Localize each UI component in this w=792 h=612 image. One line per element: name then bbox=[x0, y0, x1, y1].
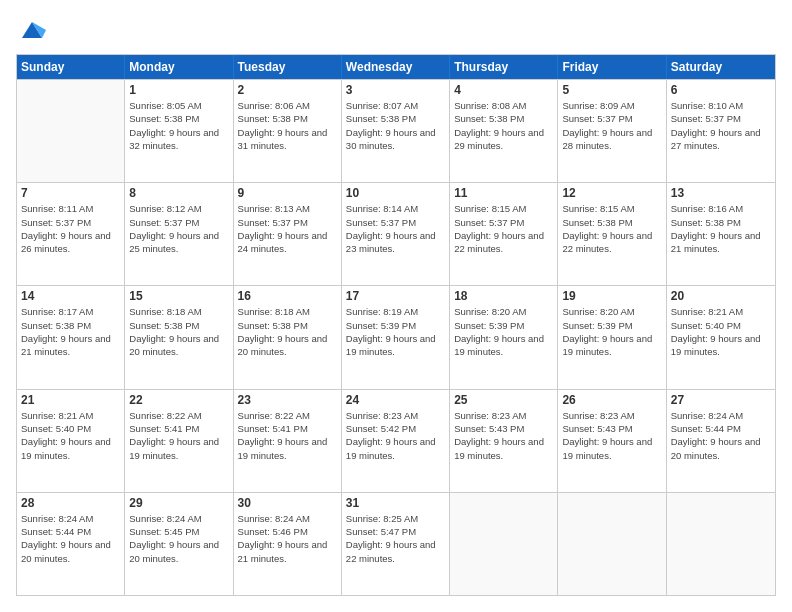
day-number: 31 bbox=[346, 496, 445, 510]
day-number: 29 bbox=[129, 496, 228, 510]
day-info: Sunrise: 8:08 AMSunset: 5:38 PMDaylight:… bbox=[454, 99, 553, 152]
calendar-cell: 17Sunrise: 8:19 AMSunset: 5:39 PMDayligh… bbox=[342, 286, 450, 388]
day-info: Sunrise: 8:13 AMSunset: 5:37 PMDaylight:… bbox=[238, 202, 337, 255]
calendar-cell: 21Sunrise: 8:21 AMSunset: 5:40 PMDayligh… bbox=[17, 390, 125, 492]
header-day: Saturday bbox=[667, 55, 775, 79]
day-info: Sunrise: 8:24 AMSunset: 5:44 PMDaylight:… bbox=[671, 409, 771, 462]
calendar-cell: 31Sunrise: 8:25 AMSunset: 5:47 PMDayligh… bbox=[342, 493, 450, 595]
calendar-cell: 19Sunrise: 8:20 AMSunset: 5:39 PMDayligh… bbox=[558, 286, 666, 388]
day-info: Sunrise: 8:10 AMSunset: 5:37 PMDaylight:… bbox=[671, 99, 771, 152]
day-number: 15 bbox=[129, 289, 228, 303]
day-info: Sunrise: 8:24 AMSunset: 5:44 PMDaylight:… bbox=[21, 512, 120, 565]
day-number: 1 bbox=[129, 83, 228, 97]
day-info: Sunrise: 8:21 AMSunset: 5:40 PMDaylight:… bbox=[21, 409, 120, 462]
day-number: 8 bbox=[129, 186, 228, 200]
day-info: Sunrise: 8:20 AMSunset: 5:39 PMDaylight:… bbox=[454, 305, 553, 358]
calendar-cell: 23Sunrise: 8:22 AMSunset: 5:41 PMDayligh… bbox=[234, 390, 342, 492]
calendar-cell: 10Sunrise: 8:14 AMSunset: 5:37 PMDayligh… bbox=[342, 183, 450, 285]
day-number: 12 bbox=[562, 186, 661, 200]
header-day: Thursday bbox=[450, 55, 558, 79]
calendar-cell: 8Sunrise: 8:12 AMSunset: 5:37 PMDaylight… bbox=[125, 183, 233, 285]
day-info: Sunrise: 8:22 AMSunset: 5:41 PMDaylight:… bbox=[238, 409, 337, 462]
calendar-body: 1Sunrise: 8:05 AMSunset: 5:38 PMDaylight… bbox=[17, 79, 775, 595]
day-info: Sunrise: 8:05 AMSunset: 5:38 PMDaylight:… bbox=[129, 99, 228, 152]
day-number: 14 bbox=[21, 289, 120, 303]
day-info: Sunrise: 8:11 AMSunset: 5:37 PMDaylight:… bbox=[21, 202, 120, 255]
calendar-cell: 22Sunrise: 8:22 AMSunset: 5:41 PMDayligh… bbox=[125, 390, 233, 492]
day-number: 9 bbox=[238, 186, 337, 200]
day-number: 2 bbox=[238, 83, 337, 97]
day-number: 6 bbox=[671, 83, 771, 97]
calendar-cell: 20Sunrise: 8:21 AMSunset: 5:40 PMDayligh… bbox=[667, 286, 775, 388]
day-number: 7 bbox=[21, 186, 120, 200]
day-number: 20 bbox=[671, 289, 771, 303]
day-info: Sunrise: 8:24 AMSunset: 5:45 PMDaylight:… bbox=[129, 512, 228, 565]
calendar-cell: 14Sunrise: 8:17 AMSunset: 5:38 PMDayligh… bbox=[17, 286, 125, 388]
day-info: Sunrise: 8:25 AMSunset: 5:47 PMDaylight:… bbox=[346, 512, 445, 565]
calendar-row: 28Sunrise: 8:24 AMSunset: 5:44 PMDayligh… bbox=[17, 492, 775, 595]
day-number: 19 bbox=[562, 289, 661, 303]
day-info: Sunrise: 8:23 AMSunset: 5:42 PMDaylight:… bbox=[346, 409, 445, 462]
calendar-header: SundayMondayTuesdayWednesdayThursdayFrid… bbox=[17, 55, 775, 79]
day-info: Sunrise: 8:15 AMSunset: 5:38 PMDaylight:… bbox=[562, 202, 661, 255]
logo-icon bbox=[18, 16, 46, 44]
header bbox=[16, 16, 776, 44]
header-day: Friday bbox=[558, 55, 666, 79]
calendar-cell: 18Sunrise: 8:20 AMSunset: 5:39 PMDayligh… bbox=[450, 286, 558, 388]
day-number: 3 bbox=[346, 83, 445, 97]
calendar-row: 14Sunrise: 8:17 AMSunset: 5:38 PMDayligh… bbox=[17, 285, 775, 388]
header-day: Tuesday bbox=[234, 55, 342, 79]
day-number: 23 bbox=[238, 393, 337, 407]
calendar-cell: 26Sunrise: 8:23 AMSunset: 5:43 PMDayligh… bbox=[558, 390, 666, 492]
day-info: Sunrise: 8:17 AMSunset: 5:38 PMDaylight:… bbox=[21, 305, 120, 358]
calendar-cell bbox=[667, 493, 775, 595]
calendar-cell: 25Sunrise: 8:23 AMSunset: 5:43 PMDayligh… bbox=[450, 390, 558, 492]
day-number: 4 bbox=[454, 83, 553, 97]
logo bbox=[16, 16, 46, 44]
day-number: 28 bbox=[21, 496, 120, 510]
day-info: Sunrise: 8:12 AMSunset: 5:37 PMDaylight:… bbox=[129, 202, 228, 255]
calendar-cell bbox=[558, 493, 666, 595]
calendar-row: 21Sunrise: 8:21 AMSunset: 5:40 PMDayligh… bbox=[17, 389, 775, 492]
calendar-cell bbox=[17, 80, 125, 182]
calendar-cell: 29Sunrise: 8:24 AMSunset: 5:45 PMDayligh… bbox=[125, 493, 233, 595]
calendar-cell: 5Sunrise: 8:09 AMSunset: 5:37 PMDaylight… bbox=[558, 80, 666, 182]
day-info: Sunrise: 8:09 AMSunset: 5:37 PMDaylight:… bbox=[562, 99, 661, 152]
day-info: Sunrise: 8:14 AMSunset: 5:37 PMDaylight:… bbox=[346, 202, 445, 255]
day-number: 25 bbox=[454, 393, 553, 407]
day-info: Sunrise: 8:23 AMSunset: 5:43 PMDaylight:… bbox=[454, 409, 553, 462]
calendar-cell bbox=[450, 493, 558, 595]
calendar-cell: 12Sunrise: 8:15 AMSunset: 5:38 PMDayligh… bbox=[558, 183, 666, 285]
day-number: 13 bbox=[671, 186, 771, 200]
day-info: Sunrise: 8:18 AMSunset: 5:38 PMDaylight:… bbox=[238, 305, 337, 358]
day-info: Sunrise: 8:24 AMSunset: 5:46 PMDaylight:… bbox=[238, 512, 337, 565]
calendar-cell: 4Sunrise: 8:08 AMSunset: 5:38 PMDaylight… bbox=[450, 80, 558, 182]
day-number: 10 bbox=[346, 186, 445, 200]
day-number: 21 bbox=[21, 393, 120, 407]
header-day: Wednesday bbox=[342, 55, 450, 79]
day-number: 26 bbox=[562, 393, 661, 407]
calendar-cell: 9Sunrise: 8:13 AMSunset: 5:37 PMDaylight… bbox=[234, 183, 342, 285]
calendar-cell: 28Sunrise: 8:24 AMSunset: 5:44 PMDayligh… bbox=[17, 493, 125, 595]
calendar-cell: 30Sunrise: 8:24 AMSunset: 5:46 PMDayligh… bbox=[234, 493, 342, 595]
day-info: Sunrise: 8:07 AMSunset: 5:38 PMDaylight:… bbox=[346, 99, 445, 152]
calendar-cell: 6Sunrise: 8:10 AMSunset: 5:37 PMDaylight… bbox=[667, 80, 775, 182]
calendar-cell: 27Sunrise: 8:24 AMSunset: 5:44 PMDayligh… bbox=[667, 390, 775, 492]
calendar-cell: 15Sunrise: 8:18 AMSunset: 5:38 PMDayligh… bbox=[125, 286, 233, 388]
day-info: Sunrise: 8:22 AMSunset: 5:41 PMDaylight:… bbox=[129, 409, 228, 462]
day-info: Sunrise: 8:19 AMSunset: 5:39 PMDaylight:… bbox=[346, 305, 445, 358]
calendar-cell: 13Sunrise: 8:16 AMSunset: 5:38 PMDayligh… bbox=[667, 183, 775, 285]
day-info: Sunrise: 8:18 AMSunset: 5:38 PMDaylight:… bbox=[129, 305, 228, 358]
day-info: Sunrise: 8:06 AMSunset: 5:38 PMDaylight:… bbox=[238, 99, 337, 152]
calendar: SundayMondayTuesdayWednesdayThursdayFrid… bbox=[16, 54, 776, 596]
calendar-cell: 7Sunrise: 8:11 AMSunset: 5:37 PMDaylight… bbox=[17, 183, 125, 285]
day-info: Sunrise: 8:21 AMSunset: 5:40 PMDaylight:… bbox=[671, 305, 771, 358]
calendar-cell: 24Sunrise: 8:23 AMSunset: 5:42 PMDayligh… bbox=[342, 390, 450, 492]
day-number: 17 bbox=[346, 289, 445, 303]
header-day: Sunday bbox=[17, 55, 125, 79]
day-info: Sunrise: 8:20 AMSunset: 5:39 PMDaylight:… bbox=[562, 305, 661, 358]
day-number: 27 bbox=[671, 393, 771, 407]
day-number: 5 bbox=[562, 83, 661, 97]
day-number: 11 bbox=[454, 186, 553, 200]
page-container: SundayMondayTuesdayWednesdayThursdayFrid… bbox=[0, 0, 792, 612]
